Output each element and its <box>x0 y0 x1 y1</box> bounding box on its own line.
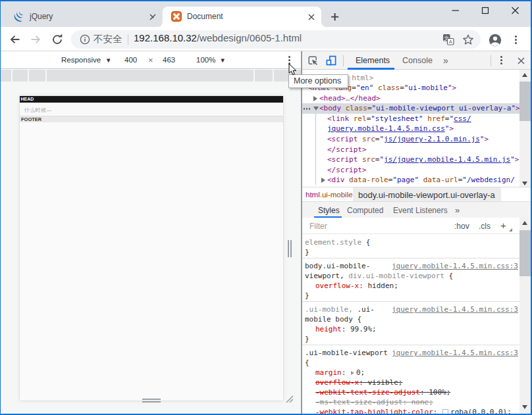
syntax-token: : 99.9%; <box>342 325 377 333</box>
back-button[interactable] <box>10 34 20 45</box>
more-style-tabs-chevron[interactable]: » <box>455 205 460 215</box>
style-rule-section[interactable]: body.ui-mobile-jquery.mobile-1.4.5.min.c… <box>302 258 519 302</box>
scrollbar-down-arrow-icon[interactable] <box>522 182 527 185</box>
scrollbar-thumb[interactable] <box>519 230 531 276</box>
xampp-logo-icon <box>171 11 182 22</box>
device-mode-select[interactable]: Responsive▼ <box>61 56 112 64</box>
dom-tree-node[interactable]: <link rel="stylesheet" href="css/ <box>302 114 519 124</box>
stylesheet-link[interactable]: jquery.mobile-1.4.5.min.css:3 <box>392 305 518 314</box>
dom-tree-node[interactable]: <body class="ui-mobile-viewport ui-overl… <box>302 103 519 114</box>
browser-menu-icon[interactable] <box>515 36 517 45</box>
inspect-element-icon[interactable] <box>307 55 318 66</box>
viewport-resize-handle-bottom[interactable] <box>142 399 161 403</box>
device-height-input[interactable]: 463 <box>163 56 175 64</box>
tab-computed[interactable]: Computed <box>347 206 383 215</box>
style-rule-section[interactable]: .ui-mobile-viewportjquery.mobile-1.4.5.m… <box>302 345 519 415</box>
syntax-token: class <box>373 84 400 92</box>
scrollbar-up-arrow-icon[interactable] <box>522 73 527 77</box>
elements-scrollbar[interactable] <box>519 70 531 187</box>
new-tab-button[interactable] <box>331 12 340 22</box>
syntax-token: <script <box>327 135 358 143</box>
tab-curve <box>152 16 163 27</box>
tab-document[interactable]: Document <box>163 7 321 27</box>
style-declaration: -webkit-text-size-adjust: 100%; <box>302 387 519 397</box>
style-rule-section[interactable]: element.style {} <box>302 235 519 258</box>
bookmark-star-icon[interactable] <box>462 34 474 45</box>
style-declaration: .ui-mobile, .ui-jquery.mobile-1.4.5.min.… <box>302 305 519 314</box>
style-declaration: overflow-x: visible; <box>302 378 519 387</box>
info-icon[interactable] <box>80 34 90 45</box>
viewport-resize-handle-corner[interactable] <box>284 394 294 404</box>
device-toolbar: Responsive▼ 400 × 463 100%▼ <box>0 51 301 69</box>
tab-jquery[interactable]: jQuery <box>5 7 161 27</box>
syntax-token: .ui- <box>353 305 375 314</box>
dom-tree-node[interactable]: <script src="js/jquery.mobile-1.4.5.min.… <box>302 155 519 165</box>
syntax-token: mobile body { <box>305 315 361 324</box>
window-close-button[interactable] <box>502 0 531 27</box>
syntax-token: } <box>305 248 309 256</box>
devtools-tab-console[interactable]: Console <box>402 56 433 65</box>
url-text[interactable]: 192.168.10.32/webdesign/0605-1.html <box>134 32 302 43</box>
profile-avatar-icon[interactable] <box>489 34 502 47</box>
more-tabs-chevron[interactable]: » <box>443 55 448 66</box>
dom-tree-node[interactable]: <script src="js/jquery-2.1.0.min.js"> <box>302 134 519 145</box>
dom-tree-node[interactable]: <div data-role="page" data-url="/webdesi… <box>302 175 519 185</box>
scrollbar-up-arrow-icon[interactable] <box>522 221 527 225</box>
security-label[interactable]: 不安全 <box>93 33 122 45</box>
tab-event-listeners[interactable]: Event Listeners <box>393 206 448 215</box>
dom-tree-node[interactable]: </script> <box>302 165 519 176</box>
address-bar[interactable]: 不安全 192.168.10.32/webdesign/0605-1.html … <box>71 30 481 49</box>
window-maximize-button[interactable] <box>471 0 501 27</box>
dom-tree-node[interactable]: <head>…</head> <box>302 93 519 104</box>
syntax-token: : <box>342 368 350 377</box>
syntax-token: data-role <box>345 176 388 184</box>
media-query-divider <box>273 70 274 82</box>
scrollbar-thumb[interactable] <box>519 82 531 121</box>
window-frame <box>0 0 1 415</box>
syntax-token: element.style <box>305 238 361 247</box>
devtools-close-icon[interactable] <box>517 57 525 65</box>
syntax-token: 0; <box>356 368 365 377</box>
syntax-token: css/ <box>454 114 471 123</box>
breadcrumb-html[interactable]: html.ui-mobile <box>306 191 353 199</box>
collapsed-arrow-icon[interactable] <box>313 96 317 101</box>
media-query-divider <box>11 70 13 82</box>
translate-icon[interactable]: 文 A <box>442 34 454 45</box>
tab-close-icon[interactable] <box>307 12 316 22</box>
style-declaration: .ui-mobile-viewportjquery.mobile-1.4.5.m… <box>302 348 519 358</box>
style-rule-section[interactable]: .ui-mobile, .ui-jquery.mobile-1.4.5.min.… <box>302 302 519 345</box>
emulated-page[interactable]: HEAD 什么时候— FOOTER <box>20 96 283 401</box>
device-width-input[interactable]: 400 <box>124 56 137 64</box>
zoom-select[interactable]: 100%▼ <box>196 56 226 64</box>
reload-button[interactable] <box>52 34 63 45</box>
toggle-hover-button[interactable]: :hov <box>454 222 469 231</box>
dom-tree-node[interactable]: </script> <box>302 145 519 155</box>
filter-input[interactable]: Filter <box>309 222 327 231</box>
dom-tree-node[interactable]: jquery.mobile-1.4.5.min.css"> <box>302 124 519 134</box>
style-declaration: margin: 0; <box>302 368 519 378</box>
styles-scrollbar[interactable] <box>519 218 531 414</box>
style-declaration: body.ui-mobile-jquery.mobile-1.4.5.min.c… <box>302 261 519 271</box>
stylesheet-link[interactable]: jquery.mobile-1.4.5.min.css:3 <box>392 348 518 358</box>
collapsed-arrow-icon[interactable] <box>321 178 325 183</box>
devtools-menu-icon[interactable] <box>500 56 502 66</box>
device-toolbar-toggle-icon[interactable] <box>325 55 337 66</box>
devtools-tab-elements[interactable]: Elements <box>356 56 390 65</box>
new-style-rule-button[interactable]: + <box>500 220 506 231</box>
page-input-placeholder[interactable]: 什么时候— <box>24 107 52 114</box>
stylesheet-link[interactable]: jquery.mobile-1.4.5.min.css:3 <box>392 261 518 271</box>
window-minimize-button[interactable] <box>441 0 471 27</box>
viewport-resize-handle-right[interactable] <box>288 240 293 257</box>
syntax-token: .ui-mobile <box>320 191 353 199</box>
syntax-token: viewport, <box>305 272 344 280</box>
scrollbar-down-arrow-icon[interactable] <box>522 405 527 409</box>
forward-button[interactable] <box>30 34 41 45</box>
toggle-class-button[interactable]: .cls <box>479 222 491 231</box>
media-query-bar[interactable] <box>0 70 301 82</box>
devtools-toolbar: Elements Console » <box>302 51 531 70</box>
style-declaration: { <box>302 358 519 368</box>
tab-styles[interactable]: Styles <box>318 206 340 215</box>
expand-shorthand-icon[interactable] <box>351 371 354 375</box>
expanded-arrow-icon[interactable] <box>313 107 319 110</box>
breadcrumb-body-selected[interactable]: body.ui-mobile-viewport.ui-overlay-a <box>353 187 501 201</box>
